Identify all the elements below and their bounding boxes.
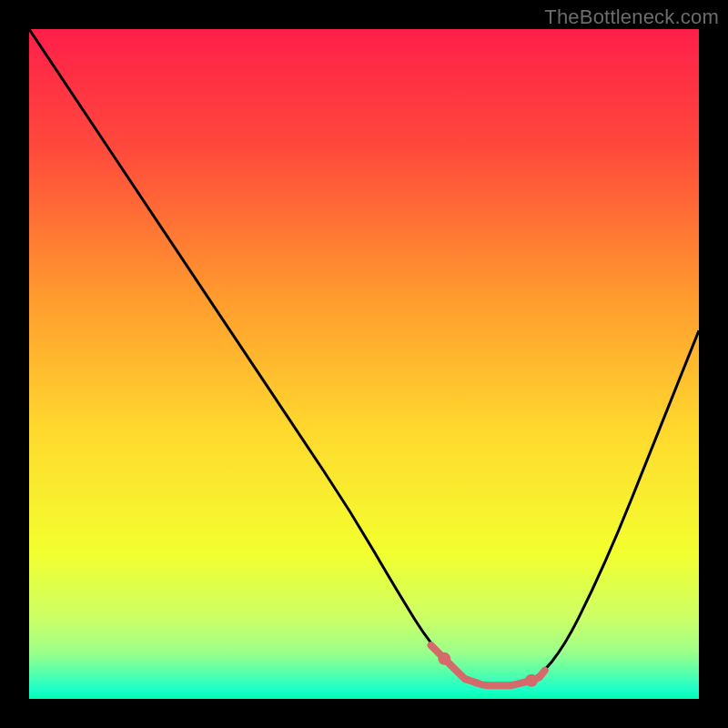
- plot-area: [29, 29, 699, 699]
- optimal-marker-left: [438, 652, 450, 665]
- bottleneck-curve: [29, 29, 699, 685]
- optimal-marker-right: [525, 674, 538, 687]
- curve-layer: [29, 29, 699, 699]
- chart-container: TheBottleneck.com: [0, 0, 728, 728]
- watermark-text: TheBottleneck.com: [544, 5, 719, 29]
